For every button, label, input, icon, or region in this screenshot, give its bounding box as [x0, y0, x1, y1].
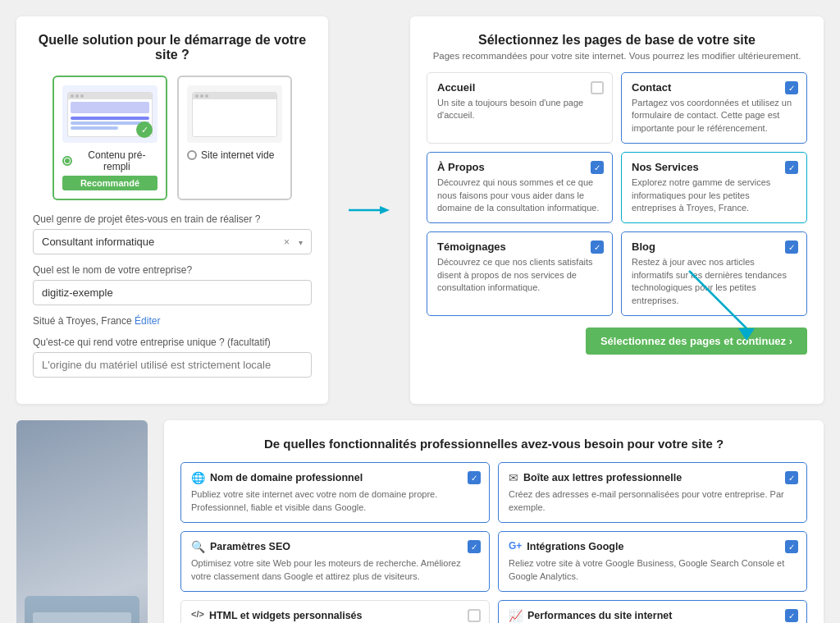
radio-empty	[187, 150, 197, 160]
page-card-contact[interactable]: Contact Partagez vos coordonnées et util…	[621, 72, 807, 144]
performance-icon: 📈	[509, 609, 523, 622]
feature-card-seo[interactable]: 🔍 Paramètres SEO Optimisez votre site We…	[180, 531, 490, 592]
question2-label: Quel est le nom de votre entreprise?	[33, 264, 312, 276]
seo-icon: 🔍	[191, 540, 205, 553]
feature-title-google: Intégrations Google	[527, 540, 797, 553]
project-type-select-wrapper: Consultant informatique × ▾	[33, 229, 312, 254]
solution-img-empty	[187, 85, 282, 143]
right-panel-subtitle: Pages recommandées pour votre site inter…	[427, 51, 807, 61]
page-desc-accueil: Un site a toujours besoin d'une page d'a…	[437, 97, 602, 122]
feature-desc-seo: Optimisez votre site Web pour les moteur…	[191, 557, 479, 583]
page-checkbox-contact[interactable]: ✓	[785, 81, 798, 94]
page-title-services: Nos Services	[632, 161, 797, 173]
features-title: De quelles fonctionnalités professionnel…	[180, 437, 807, 451]
option1-radio: Contenu pré-rempli	[62, 149, 158, 172]
radio-filled	[62, 156, 72, 166]
features-grid: 🌐 Nom de domaine professionnel Publiez v…	[180, 462, 807, 623]
form-group-unique: Qu'est-ce qui rend votre entreprise uniq…	[33, 337, 312, 378]
feature-title-email: Boîte aux lettres professionnelle	[523, 471, 797, 484]
page-checkbox-apropos[interactable]: ✓	[591, 161, 604, 174]
svg-marker-1	[380, 206, 390, 214]
pages-grid: Accueil Un site a toujours besoin d'une …	[427, 72, 807, 316]
feature-title-domain: Nom de domaine professionnel	[210, 471, 479, 484]
select-clear-icon[interactable]: ×	[284, 236, 290, 248]
form-group-company-name: Quel est le nom de votre entreprise?	[33, 264, 312, 305]
feature-header-html: </> HTML et widgets personnalisés	[191, 609, 479, 622]
feature-checkbox-performance[interactable]: ✓	[785, 609, 798, 622]
main-container: Quelle solution pour le démarrage de vot…	[0, 0, 840, 623]
feature-desc-google: Reliez votre site à votre Google Busines…	[509, 557, 797, 583]
domain-icon: 🌐	[191, 471, 205, 484]
option2-radio: Site internet vide	[187, 149, 282, 161]
page-title-apropos: À Propos	[437, 161, 602, 173]
feature-desc-email: Créez des adresses e-mail personnalisées…	[509, 488, 797, 514]
page-desc-apropos: Découvrez qui nous sommes et ce que nous…	[437, 176, 602, 214]
page-checkbox-services[interactable]: ✓	[785, 161, 798, 174]
question1-label: Quel genre de projet êtes-vous en train …	[33, 213, 312, 225]
page-title-accueil: Accueil	[437, 81, 602, 94]
feature-title-seo: Paramètres SEO	[210, 540, 479, 553]
page-checkbox-accueil[interactable]	[591, 81, 604, 94]
option2-label: Site internet vide	[201, 149, 274, 161]
feature-header-google: G+ Intégrations Google	[509, 540, 797, 553]
bottom-left-image	[16, 420, 148, 623]
feature-checkbox-seo[interactable]: ✓	[468, 540, 481, 553]
top-row: Quelle solution pour le démarrage de vot…	[0, 0, 840, 412]
page-card-services[interactable]: Nos Services Explorez notre gamme de ser…	[621, 152, 807, 223]
solution-card-prefilled[interactable]: ✓ Contenu pré-rempli Recommandé	[52, 76, 167, 200]
feature-header-performance: 📈 Performances du site internet	[509, 609, 797, 622]
location-edit-link[interactable]: Éditer	[135, 315, 160, 327]
feature-checkbox-html[interactable]	[468, 609, 481, 622]
solution-options: ✓ Contenu pré-rempli Recommandé	[33, 76, 312, 200]
question3-label: Qu'est-ce qui rend votre entreprise uniq…	[33, 337, 312, 348]
page-title-blog: Blog	[632, 240, 797, 253]
page-card-apropos[interactable]: À Propos Découvrez qui nous sommes et ce…	[427, 152, 613, 223]
feature-card-email[interactable]: ✉ Boîte aux lettres professionnelle Crée…	[498, 462, 807, 523]
solution-card-empty[interactable]: Site internet vide	[177, 76, 292, 200]
feature-card-performance[interactable]: 📈 Performances du site internet Informat…	[498, 600, 807, 623]
feature-desc-domain: Publiez votre site internet avec votre n…	[191, 488, 479, 514]
feature-title-html: HTML et widgets personnalisés	[209, 609, 479, 622]
page-desc-contact: Partagez vos coordonnées et utilisez un …	[632, 97, 797, 135]
feature-card-domain[interactable]: 🌐 Nom de domaine professionnel Publiez v…	[180, 462, 490, 523]
select-pages-continue-button[interactable]: Sélectionnez des pages et continuez ›	[586, 328, 807, 355]
page-desc-temoignages: Découvrez ce que nos clients satisfaits …	[437, 256, 602, 294]
feature-card-html[interactable]: </> HTML et widgets personnalisés Intégr…	[180, 600, 490, 623]
page-card-blog[interactable]: Blog Restez à jour avec nos articles inf…	[621, 231, 807, 316]
unique-input[interactable]	[33, 352, 312, 378]
page-checkbox-blog[interactable]: ✓	[785, 240, 798, 254]
option1-label: Contenu pré-rempli	[76, 149, 158, 172]
form-group-project-type: Quel genre de projet êtes-vous en train …	[33, 213, 312, 254]
page-card-temoignages[interactable]: Témoignages Découvrez ce que nos clients…	[427, 231, 613, 316]
company-name-input[interactable]	[33, 280, 312, 305]
page-checkbox-temoignages[interactable]: ✓	[591, 240, 604, 254]
left-panel: Quelle solution pour le démarrage de vot…	[16, 16, 328, 404]
feature-title-performance: Performances du site internet	[527, 609, 797, 622]
arrow-right-container	[345, 16, 394, 404]
right-arrow-icon	[349, 202, 390, 218]
bottom-center-panel: De quelles fonctionnalités professionnel…	[164, 420, 824, 623]
solution-img-prefilled: ✓	[62, 85, 158, 143]
feature-header-seo: 🔍 Paramètres SEO	[191, 540, 479, 553]
page-desc-blog: Restez à jour avec nos articles informat…	[632, 256, 797, 307]
bottom-row: De quelles fonctionnalités professionnel…	[0, 412, 840, 623]
project-type-select[interactable]: Consultant informatique	[34, 230, 311, 254]
feature-card-google[interactable]: G+ Intégrations Google Reliez votre site…	[498, 531, 807, 592]
right-panel: Sélectionnez les pages de base de votre …	[410, 16, 824, 404]
page-card-accueil[interactable]: Accueil Un site a toujours besoin d'une …	[427, 72, 613, 144]
laptop-image	[16, 420, 148, 623]
feature-checkbox-domain[interactable]: ✓	[468, 471, 481, 484]
page-title-contact: Contact	[632, 81, 797, 94]
feature-header-email: ✉ Boîte aux lettres professionnelle	[509, 471, 797, 484]
google-icon: G+	[509, 540, 522, 552]
html-icon: </>	[191, 609, 204, 619]
feature-checkbox-google[interactable]: ✓	[785, 540, 798, 553]
feature-header-domain: 🌐 Nom de domaine professionnel	[191, 471, 479, 484]
page-title-temoignages: Témoignages	[437, 240, 602, 253]
location-text: Situé à Troyes, France Éditer	[33, 315, 312, 327]
location-label: Situé à Troyes, France	[33, 315, 132, 327]
selected-checkmark: ✓	[136, 121, 153, 138]
feature-checkbox-email[interactable]: ✓	[785, 471, 798, 484]
right-panel-title: Sélectionnez les pages de base de votre …	[427, 33, 807, 48]
left-panel-title: Quelle solution pour le démarrage de vot…	[33, 33, 312, 62]
